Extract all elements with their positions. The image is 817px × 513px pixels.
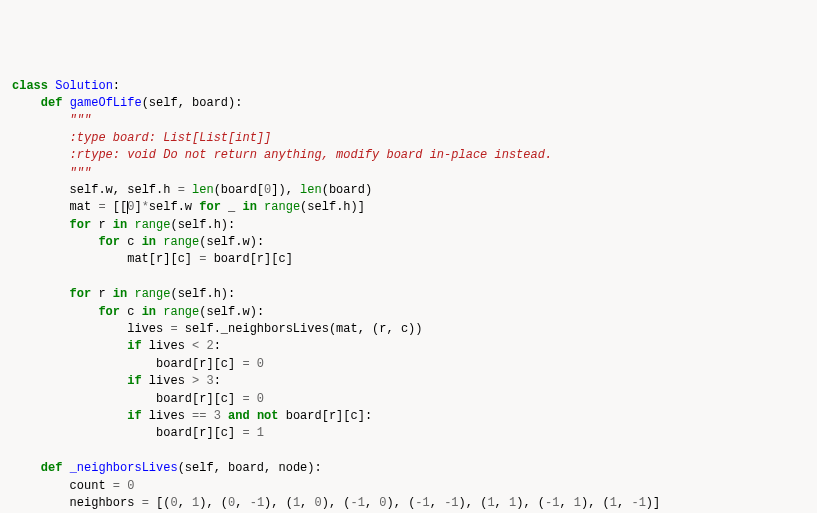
number: 3 xyxy=(214,409,221,423)
number: 1 xyxy=(257,426,264,440)
expr: , xyxy=(235,496,249,510)
var: lives xyxy=(142,374,192,388)
expr: , xyxy=(178,496,192,510)
attr: .w): xyxy=(235,235,264,249)
code-line: if lives > 3: xyxy=(12,373,805,390)
docstring: """ xyxy=(70,166,92,180)
op-eq: = xyxy=(242,426,249,440)
var: c xyxy=(120,235,142,249)
code-line: for r in range(self.h): xyxy=(12,286,805,303)
keyword-for: for xyxy=(98,305,120,319)
code-line: """ xyxy=(12,165,805,182)
class-name: Solution xyxy=(55,79,113,93)
keyword-for: for xyxy=(199,200,221,214)
self-ref: self xyxy=(149,200,178,214)
var: count xyxy=(70,479,113,493)
number: 0 xyxy=(379,496,386,510)
code-line: mat[r][c] = board[r][c] xyxy=(12,251,805,268)
number: 1 xyxy=(451,496,458,510)
keyword-def: def xyxy=(41,96,63,110)
code-line: for r in range(self.h): xyxy=(12,217,805,234)
code-editor[interactable]: class Solution: def gameOfLife(self, boa… xyxy=(12,78,805,513)
keyword-in: in xyxy=(142,305,156,319)
code-line: if lives < 2: xyxy=(12,338,805,355)
code-line: :type board: List[List[int]] xyxy=(12,130,805,147)
attr: .h)] xyxy=(336,200,365,214)
expr: ] xyxy=(134,200,141,214)
op-lt: < xyxy=(192,339,199,353)
expr: , xyxy=(617,496,631,510)
keyword-for: for xyxy=(70,218,92,232)
attr: .h): xyxy=(206,218,235,232)
expr: ), ( xyxy=(322,496,351,510)
number: 1 xyxy=(487,496,494,510)
number: 1 xyxy=(358,496,365,510)
punct: : xyxy=(214,339,221,353)
expr: (board[ xyxy=(214,183,264,197)
code-line: if lives == 3 and not board[r][c]: xyxy=(12,408,805,425)
expr: [[ xyxy=(106,200,128,214)
punct: : xyxy=(214,374,221,388)
params: (self, board): xyxy=(142,96,243,110)
op-eq: = xyxy=(142,496,149,510)
expr: (self xyxy=(199,235,235,249)
keyword-in: in xyxy=(242,200,256,214)
op-eq: = xyxy=(113,479,120,493)
op-eq: = xyxy=(170,322,177,336)
expr: , xyxy=(300,496,314,510)
var: _ xyxy=(221,200,243,214)
expr: )] xyxy=(646,496,660,510)
keyword-not: not xyxy=(257,409,279,423)
expr: , xyxy=(365,496,379,510)
var: lives xyxy=(127,322,170,336)
expr: board[r][c] xyxy=(156,357,242,371)
docstring: :rtype: void Do not return anything, mod… xyxy=(70,148,552,162)
expr: (self xyxy=(170,287,206,301)
builtin-range: range xyxy=(134,287,170,301)
code-line: board[r][c] = 0 xyxy=(12,356,805,373)
punct: : xyxy=(113,79,120,93)
function-name: _neighborsLives xyxy=(70,461,178,475)
expr: board[r][c] xyxy=(156,426,242,440)
expr: (board) xyxy=(322,183,372,197)
var: lives xyxy=(142,409,192,423)
attr: .w, self xyxy=(98,183,156,197)
code-line: mat = [[0]*self.w for _ in range(self.h)… xyxy=(12,199,805,216)
function-name: gameOfLife xyxy=(70,96,142,110)
expr: ), ( xyxy=(459,496,488,510)
op-neg: - xyxy=(250,496,257,510)
number: 1 xyxy=(610,496,617,510)
expr: , xyxy=(430,496,444,510)
builtin-range: range xyxy=(264,200,300,214)
builtin-len: len xyxy=(300,183,322,197)
builtin-len: len xyxy=(192,183,214,197)
number: 3 xyxy=(206,374,213,388)
expr: (self xyxy=(300,200,336,214)
op-eqeq: == xyxy=(192,409,206,423)
expr: , xyxy=(495,496,509,510)
code-line: board[r][c] = 0 xyxy=(12,391,805,408)
expr: ), ( xyxy=(264,496,293,510)
number: 0 xyxy=(257,392,264,406)
code-line: def _neighborsLives(self, board, node): xyxy=(12,460,805,477)
op-star: * xyxy=(142,200,149,214)
code-line: :rtype: void Do not return anything, mod… xyxy=(12,147,805,164)
code-line xyxy=(12,269,805,286)
code-line: self.w, self.h = len(board[0]), len(boar… xyxy=(12,182,805,199)
params: (self, board, node): xyxy=(178,461,322,475)
expr: ), ( xyxy=(199,496,228,510)
number: 1 xyxy=(257,496,264,510)
code-line: class Solution: xyxy=(12,78,805,95)
attr: .w): xyxy=(235,305,264,319)
attr: .h xyxy=(156,183,178,197)
docstring: :type board: List[List[int]] xyxy=(70,131,272,145)
var: r xyxy=(91,218,113,232)
code-line: """ xyxy=(12,112,805,129)
expr: board[r][c] xyxy=(156,392,242,406)
keyword-for: for xyxy=(70,287,92,301)
code-line: lives = self._neighborsLives(mat, (r, c)… xyxy=(12,321,805,338)
var: lives xyxy=(142,339,192,353)
code-line: def gameOfLife(self, board): xyxy=(12,95,805,112)
keyword-if: if xyxy=(127,339,141,353)
docstring: """ xyxy=(70,113,92,127)
